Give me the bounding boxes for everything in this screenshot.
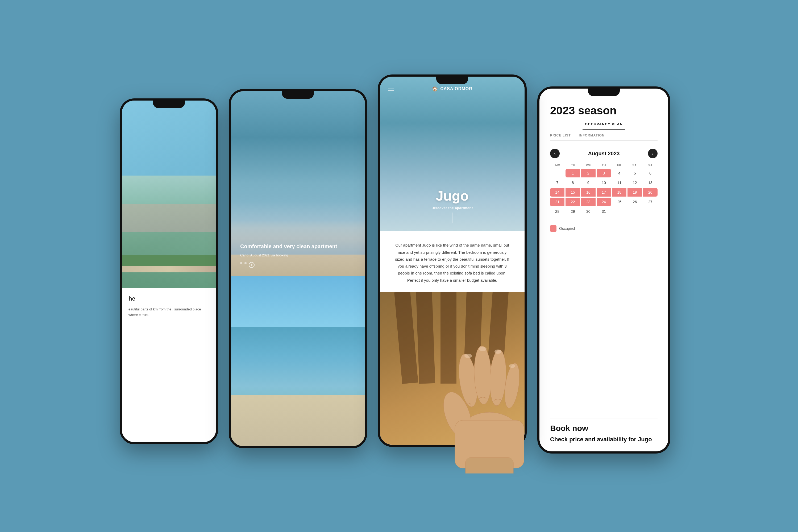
cal-cell-1[interactable]: 1 <box>566 169 580 177</box>
beam-2 <box>416 292 435 384</box>
calendar-grid: MO TU WE TH FR SA SU 1 2 3 4 <box>550 164 658 216</box>
cal-cell-17[interactable]: 17 <box>597 188 611 196</box>
cal-cell-27[interactable]: 27 <box>643 198 658 206</box>
cal-cell-23[interactable]: 23 <box>581 198 595 206</box>
phone-4: 2023 season OCCUPANCY PLAN PRICE LIST IN… <box>537 87 670 454</box>
phone-3-notch <box>436 77 468 84</box>
phone3-divider-line <box>452 212 453 223</box>
cal-cell-31[interactable]: 31 <box>597 207 611 216</box>
phone2-review-text: Comfortable and very clean apartment <box>240 243 356 250</box>
phone3-room-image <box>380 292 525 445</box>
trees-strip <box>122 255 216 266</box>
cal-cell-empty4 <box>643 207 658 216</box>
cal-cell-4[interactable]: 4 <box>612 169 626 177</box>
phone3-hero: 🏠 CASA ODMOR Jugo Discover the apartment <box>380 77 525 231</box>
phone-4-notch <box>588 89 620 96</box>
cal-cell-3[interactable]: 3 <box>597 169 611 177</box>
phone-4-content: 2023 season OCCUPANCY PLAN PRICE LIST IN… <box>539 89 668 451</box>
cal-cell-5[interactable]: 5 <box>627 169 642 177</box>
phone3-brand: 🏠 CASA ODMOR <box>432 86 472 92</box>
cal-cell-28[interactable]: 28 <box>550 207 565 216</box>
book-now-section: Book now Check price and availability fo… <box>550 418 658 443</box>
calendar-next-button[interactable]: › <box>648 149 658 158</box>
cal-cell-22[interactable]: 22 <box>566 198 580 206</box>
phone1-text: eautiful parts of km from the , surround… <box>129 307 209 318</box>
cal-cell-30[interactable]: 30 <box>581 207 595 216</box>
phone-3-wrapper: 🏠 CASA ODMOR Jugo Discover the apartment… <box>378 80 527 452</box>
cal-cell-26[interactable]: 26 <box>627 198 642 206</box>
cal-cell-8[interactable]: 8 <box>566 178 580 187</box>
book-now-description: Check price and availability for Jugo <box>550 435 658 443</box>
beam-5 <box>486 292 509 384</box>
cal-cell-11[interactable]: 11 <box>612 178 626 187</box>
phone1-body: he eautiful parts of km from the , surro… <box>122 288 216 442</box>
tab-information[interactable]: INFORMATION <box>579 134 605 140</box>
cal-cell-18[interactable]: 18 <box>612 188 626 196</box>
brand-icon: 🏠 <box>432 86 438 92</box>
cal-cell-19[interactable]: 19 <box>627 188 642 196</box>
dot-2 <box>244 262 247 264</box>
phone2-dots <box>240 262 356 268</box>
legend-occupied-box <box>550 225 556 232</box>
tab-occupancy-plan[interactable]: OCCUPANCY PLAN <box>583 122 625 130</box>
beam-1 <box>395 292 418 384</box>
phone4-season-line1: 2023 season <box>550 104 616 117</box>
phone3-apt-name: Jugo <box>380 188 525 204</box>
cal-cell-24[interactable]: 24 <box>597 198 611 206</box>
phone2-reviewer: Carlo, August 2021 via booking <box>240 253 356 257</box>
legend-occupied-label: Occupied <box>559 226 575 231</box>
phone-1-content: he eautiful parts of km from the , surro… <box>122 100 216 442</box>
cal-header-mo: MO <box>550 164 566 167</box>
dot-1 <box>240 262 242 264</box>
cal-cell-14[interactable]: 14 <box>550 188 565 196</box>
phone2-image <box>231 276 365 446</box>
cal-cell-15[interactable]: 15 <box>566 188 580 196</box>
phone1-title: he <box>129 295 209 303</box>
cal-cell-16[interactable]: 16 <box>581 188 595 196</box>
phone3-title-area: Jugo Discover the apartment <box>380 188 525 210</box>
phone4-season-title: 2023 season <box>550 104 658 117</box>
beam-4 <box>463 292 482 384</box>
cal-header-th: TH <box>596 164 611 167</box>
hamburger-icon[interactable] <box>388 87 394 91</box>
phone3-navbar: 🏠 CASA ODMOR <box>380 86 525 92</box>
phone3-description: Our apartment Jugo is like the wind of t… <box>380 231 525 292</box>
cal-cell-empty3 <box>627 207 642 216</box>
cal-cell-6[interactable]: 6 <box>643 169 658 177</box>
beach-water <box>231 327 365 395</box>
cal-cell-9[interactable]: 9 <box>581 178 595 187</box>
cal-cell-2[interactable]: 2 <box>581 169 595 177</box>
tab-price-list[interactable]: PRICE LIST <box>550 134 571 140</box>
calendar-prev-button[interactable]: ‹ <box>550 149 560 158</box>
phone-2-notch <box>282 91 314 99</box>
phone-2: ≋≋≋ Comfortable and very clean apartment… <box>229 89 367 448</box>
dot-3-circle <box>249 262 254 268</box>
cal-cell-7[interactable]: 7 <box>550 178 565 187</box>
cal-header-tu: TU <box>566 164 581 167</box>
cal-cell-empty2 <box>612 207 626 216</box>
calendar-month: August 2023 <box>588 151 620 157</box>
calendar-header: MO TU WE TH FR SA SU <box>550 164 658 167</box>
cal-cell-12[interactable]: 12 <box>627 178 642 187</box>
cal-cell-10[interactable]: 10 <box>597 178 611 187</box>
cal-cell-25[interactable]: 25 <box>612 198 626 206</box>
phone4-tab-row: PRICE LIST INFORMATION <box>550 134 658 140</box>
cal-cell-13[interactable]: 13 <box>643 178 658 187</box>
phone2-hero: ≋≋≋ Comfortable and very clean apartment… <box>231 91 365 276</box>
phone-1-notch <box>153 100 185 108</box>
cal-cell-21[interactable]: 21 <box>550 198 565 206</box>
cal-cell-29[interactable]: 29 <box>566 207 580 216</box>
cal-header-fr: FR <box>611 164 627 167</box>
phone-2-content: ≋≋≋ Comfortable and very clean apartment… <box>231 91 365 446</box>
svg-rect-7 <box>466 457 513 474</box>
phones-container: he eautiful parts of km from the , surro… <box>26 26 772 506</box>
cal-header-we: WE <box>581 164 596 167</box>
phone1-hero <box>122 100 216 288</box>
phone-1: he eautiful parts of km from the , surro… <box>120 98 218 444</box>
calendar-nav: ‹ August 2023 › <box>550 149 658 158</box>
phone3-body: Our apartment Jugo is like the wind of t… <box>380 231 525 445</box>
phone-3-content: 🏠 CASA ODMOR Jugo Discover the apartment… <box>380 77 525 445</box>
cal-cell-20[interactable]: 20 <box>643 188 658 196</box>
phone3-discover: Discover the apartment <box>380 206 525 210</box>
calendar-container: ‹ August 2023 › MO TU WE TH FR SA SU <box>550 149 658 413</box>
